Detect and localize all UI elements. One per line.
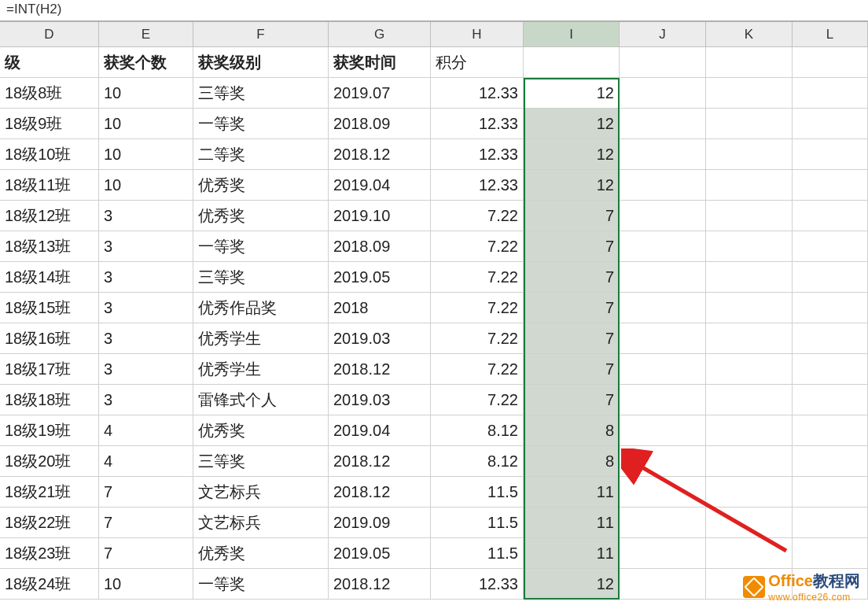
cell-H[interactable]: 11.5 (431, 507, 524, 537)
cell-E[interactable]: 3 (99, 354, 193, 384)
cell-K[interactable] (706, 262, 793, 292)
cell-I[interactable]: 7 (524, 262, 620, 292)
header-class[interactable]: 级 (0, 47, 99, 77)
cell-F[interactable]: 文艺标兵 (193, 477, 329, 507)
cell-H[interactable]: 7.22 (431, 354, 524, 384)
cell-J[interactable] (620, 293, 706, 323)
cell-J[interactable] (620, 569, 706, 599)
cell-E[interactable]: 3 (99, 201, 193, 231)
column-header-J[interactable]: J (620, 22, 706, 46)
cell-H[interactable]: 7.22 (431, 385, 524, 415)
cell-L[interactable] (793, 231, 868, 261)
cell-K[interactable] (706, 385, 793, 415)
cell-J[interactable] (620, 109, 706, 138)
cell-I[interactable]: 12 (524, 569, 620, 599)
cell-L[interactable] (793, 293, 868, 323)
cell-F[interactable]: 优秀奖 (193, 415, 329, 445)
cell-K[interactable] (706, 109, 793, 138)
cell-L[interactable] (793, 139, 868, 169)
cell-E[interactable]: 3 (99, 262, 193, 292)
cell-F[interactable]: 三等奖 (193, 78, 329, 108)
cell-F[interactable]: 优秀奖 (193, 538, 329, 568)
cell-I[interactable]: 12 (524, 139, 620, 169)
cell-G[interactable]: 2019.04 (329, 415, 431, 445)
cell-L[interactable] (793, 477, 868, 507)
column-header-G[interactable]: G (329, 22, 431, 46)
cell-E[interactable]: 3 (99, 323, 193, 353)
cell-E[interactable]: 7 (99, 477, 193, 507)
cell-H[interactable]: 12.33 (431, 78, 524, 108)
cell-E[interactable]: 7 (99, 538, 193, 568)
cell-I[interactable]: 11 (524, 507, 620, 537)
formula-bar[interactable]: =INT(H2) (0, 0, 868, 20)
cell-H[interactable]: 7.22 (431, 262, 524, 292)
column-header-K[interactable]: K (706, 22, 793, 46)
cell-D[interactable]: 18级22班 (0, 507, 99, 537)
cell-L[interactable] (793, 507, 868, 537)
cell-L[interactable] (793, 78, 868, 108)
cell-H[interactable]: 12.33 (431, 139, 524, 169)
cell-K[interactable] (706, 78, 793, 108)
cell-F[interactable]: 一等奖 (193, 231, 329, 261)
cell-D[interactable]: 18级10班 (0, 139, 99, 169)
cell-K[interactable] (706, 201, 793, 231)
cell-J[interactable] (620, 78, 706, 108)
column-header-L[interactable]: L (793, 22, 868, 46)
header-I-empty[interactable] (524, 47, 620, 77)
cell-K[interactable] (706, 477, 793, 507)
cell-D[interactable]: 18级14班 (0, 262, 99, 292)
cell-I[interactable]: 7 (524, 231, 620, 261)
cell-G[interactable]: 2018.09 (329, 231, 431, 261)
cell-E[interactable]: 3 (99, 385, 193, 415)
cell-H[interactable]: 11.5 (431, 538, 524, 568)
cell-H[interactable]: 12.33 (431, 569, 524, 599)
cell-J[interactable] (620, 446, 706, 476)
column-header-H[interactable]: H (431, 22, 524, 46)
cell-J[interactable] (620, 139, 706, 169)
header-award-count[interactable]: 获奖个数 (99, 47, 193, 77)
cell-E[interactable]: 10 (99, 569, 193, 599)
cell-I[interactable]: 12 (524, 109, 620, 138)
cell-F[interactable]: 三等奖 (193, 262, 329, 292)
cell-I[interactable]: 11 (524, 477, 620, 507)
cell-H[interactable]: 7.22 (431, 323, 524, 353)
cell-J[interactable] (620, 477, 706, 507)
cell-F[interactable]: 一等奖 (193, 109, 329, 138)
cell-H[interactable]: 12.33 (431, 109, 524, 138)
cell-E[interactable]: 3 (99, 231, 193, 261)
cell-J[interactable] (620, 415, 706, 445)
cell-G[interactable]: 2018.12 (329, 354, 431, 384)
cell-E[interactable]: 10 (99, 78, 193, 108)
column-header-E[interactable]: E (99, 22, 193, 46)
header-score[interactable]: 积分 (431, 47, 524, 77)
cell-G[interactable]: 2019.05 (329, 262, 431, 292)
cell-D[interactable]: 18级11班 (0, 170, 99, 200)
cell-E[interactable]: 4 (99, 415, 193, 445)
cell-L[interactable] (793, 201, 868, 231)
cell-H[interactable]: 7.22 (431, 201, 524, 231)
cell-G[interactable]: 2019.07 (329, 78, 431, 108)
cell-K[interactable] (706, 323, 793, 353)
cell-H[interactable]: 11.5 (431, 477, 524, 507)
cell-G[interactable]: 2019.04 (329, 170, 431, 200)
cell-D[interactable]: 18级16班 (0, 323, 99, 353)
cell-G[interactable]: 2018.12 (329, 477, 431, 507)
cell-L[interactable] (793, 446, 868, 476)
cell-D[interactable]: 18级20班 (0, 446, 99, 476)
cell-F[interactable]: 优秀学生 (193, 354, 329, 384)
cell-H[interactable]: 8.12 (431, 415, 524, 445)
cell-J[interactable] (620, 170, 706, 200)
cell-D[interactable]: 18级15班 (0, 293, 99, 323)
cell-F[interactable]: 优秀学生 (193, 323, 329, 353)
cell-J[interactable] (620, 231, 706, 261)
cell-F[interactable]: 二等奖 (193, 139, 329, 169)
cell-G[interactable]: 2018.12 (329, 569, 431, 599)
cell-G[interactable]: 2019.03 (329, 323, 431, 353)
cell-H[interactable]: 7.22 (431, 293, 524, 323)
cell-D[interactable]: 18级13班 (0, 231, 99, 261)
cell-J[interactable] (620, 538, 706, 568)
cell-K[interactable] (706, 538, 793, 568)
cell-F[interactable]: 优秀作品奖 (193, 293, 329, 323)
empty-cell[interactable] (793, 47, 868, 77)
cell-F[interactable]: 文艺标兵 (193, 507, 329, 537)
